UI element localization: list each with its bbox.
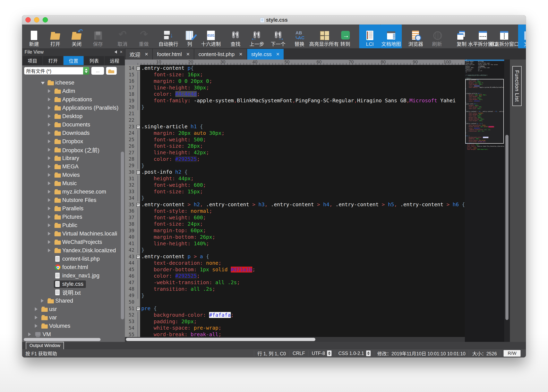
toolbar-vsplit-button[interactable]: 垂直拆分窗口 [494,25,515,48]
read-write-button[interactable]: R/W [504,350,520,357]
toolbar-hexview-button[interactable]: 0101十六进制 [200,25,222,48]
tree-item-Movies[interactable]: Movies [22,171,125,179]
fold-margin[interactable] [136,201,140,208]
tab-close-icon[interactable]: × [186,51,190,57]
expand-arrow-icon[interactable] [48,197,54,203]
fold-margin[interactable] [136,286,140,292]
toolbar-prev-button[interactable]: ←上一步 [246,25,267,48]
editor-vertical-scrollbar[interactable] [504,60,510,342]
tree-item-Dropbox (之前)[interactable]: Dropbox (之前) [22,146,125,154]
tree-item-Desktop[interactable]: Desktop [22,112,125,120]
tree-item-Pictures[interactable]: Pictures [22,213,125,221]
fold-margin[interactable] [136,169,140,175]
tree-item-usr[interactable]: usr [22,305,125,314]
tree-item-Public[interactable]: Public [22,221,125,230]
fold-box-icon[interactable] [136,66,140,70]
tab-footer.html[interactable]: footer.html× [153,49,194,60]
fold-margin[interactable] [136,143,140,149]
expand-arrow-icon[interactable] [48,231,54,237]
tree-item-Downloads[interactable]: Downloads [22,129,125,137]
tree-item-Shared[interactable]: Shared [22,297,125,305]
fold-margin[interactable] [136,260,140,266]
fold-box-icon[interactable] [136,170,140,174]
toolbar-lci-button[interactable]: LCI [359,25,381,48]
tree-item-footer.html[interactable]: footer.html [22,263,125,272]
fold-margin[interactable] [136,221,140,227]
file-view-tab-打开[interactable]: 打开 [43,56,63,65]
expand-arrow-icon[interactable] [48,180,54,187]
expand-arrow-icon[interactable] [48,96,54,103]
fold-margin[interactable] [136,292,140,299]
fold-margin[interactable] [136,279,140,286]
fold-margin[interactable] [136,65,140,71]
fold-margin[interactable] [136,84,140,91]
tree-item-Applications[interactable]: Applications [22,95,125,104]
tree-item-MEGA[interactable]: MEGA [22,162,125,171]
fold-margin[interactable] [136,78,140,84]
fold-margin[interactable] [136,71,140,78]
status-item[interactable]: 修改：2019年11月10日 10:01:10 10:01:10 [374,350,469,356]
toolbar-files-button[interactable]: 文件 [518,25,526,48]
expand-arrow-icon[interactable] [48,147,54,153]
status-item[interactable]: 行 1, 列 1, C0 [254,350,289,356]
scrollbar-thumb[interactable] [505,135,508,320]
expand-arrow-icon[interactable] [48,222,54,229]
fold-margin[interactable] [136,91,140,97]
expand-arrow-icon[interactable] [48,172,54,178]
expand-arrow-icon[interactable] [48,189,54,195]
fold-margin[interactable] [136,175,140,182]
expand-arrow-icon[interactable] [48,121,54,128]
status-item[interactable]: R/W [500,350,524,356]
tree-item-content-list.php[interactable]: content-list.php [22,255,125,263]
file-view-tab-位置[interactable]: 位置 [64,56,83,65]
file-view-tab-列表[interactable]: 列表 [84,56,104,65]
fold-margin[interactable] [136,253,140,260]
tree-item-myz.iicheese.com[interactable]: myz.iicheese.com [22,188,125,196]
document-map-viewport[interactable] [465,79,504,144]
file-view-tab-项目[interactable]: 项目 [22,56,42,65]
tree-item-Nutstore Files[interactable]: Nutstore Files [22,196,125,204]
tree-item-Music[interactable]: Music [22,179,125,188]
fold-margin[interactable] [136,123,140,130]
tree-item-style.css[interactable]: style.css [22,280,125,288]
fold-box-icon[interactable] [136,125,140,129]
status-item[interactable]: CSS 1.0-2.1 [335,350,374,356]
tree-item-Volumes[interactable]: Volumes [22,322,125,330]
fold-margin[interactable] [136,234,140,240]
tree-item-AdIm[interactable]: AdIm [22,87,125,95]
expand-arrow-icon[interactable] [48,247,54,254]
tab-close-icon[interactable]: × [276,51,280,57]
tree-item-Documents[interactable]: Documents [22,120,125,129]
close-panel-icon[interactable]: × [120,49,123,55]
function-list-tab[interactable]: Function List [512,66,522,106]
fold-margin[interactable] [136,325,140,331]
file-view-tab-远程[interactable]: 远程 [105,56,124,65]
file-filter-input[interactable] [24,67,83,75]
filter-stepper[interactable] [83,67,89,75]
tab-content-list.php[interactable]: content-list.php× [194,49,246,60]
toolbar-column-button[interactable]: 列 [179,25,200,48]
fold-margin[interactable] [136,130,140,136]
fold-margin[interactable] [136,227,140,234]
status-item[interactable]: CRLF [289,350,308,356]
fold-margin[interactable] [136,182,140,189]
tree-item-index_nav1.jpg[interactable]: index_nav1.jpg [22,272,125,280]
fold-margin[interactable] [136,240,140,247]
tree-item-Yandex.Disk.localized[interactable]: Yandex.Disk.localized [22,246,125,255]
fold-margin[interactable] [136,214,140,221]
fold-margin[interactable] [136,305,140,312]
expand-arrow-icon[interactable] [35,315,41,321]
expand-arrow-icon[interactable] [48,239,54,245]
fold-box-icon[interactable] [136,307,140,311]
fold-margin[interactable] [136,299,140,305]
tree-item-Applications (Parallels)[interactable]: Applications (Parallels) [22,104,125,112]
toolbar-next-button[interactable]: →下一个 [267,25,289,48]
stepper-icon[interactable] [327,350,332,356]
toolbar-open-button[interactable]: 打开 [45,25,66,48]
toolbar-close-file-button[interactable]: 关闭 [66,25,87,48]
expand-arrow-icon[interactable] [35,323,41,329]
fold-margin[interactable] [136,97,140,104]
status-item[interactable]: 大小：2526 [469,350,500,356]
fold-margin[interactable] [136,331,140,337]
output-window-tab[interactable]: Output Window [26,342,64,349]
